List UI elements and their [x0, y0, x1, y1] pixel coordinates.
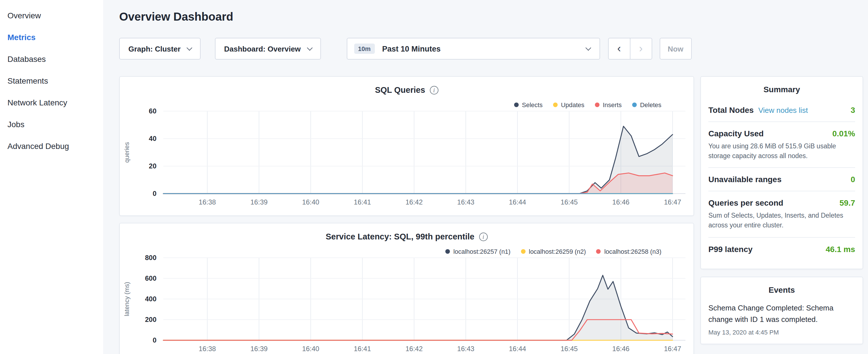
- summary-row-queries-per-second: Queries per second 59.7 Sum of Selects, …: [708, 192, 855, 238]
- info-icon[interactable]: i: [430, 86, 438, 94]
- summary-label: Unavailable ranges: [708, 175, 781, 184]
- summary-row-p99-latency: P99 latency 46.1 ms: [708, 237, 855, 260]
- summary-label: P99 latency: [708, 244, 752, 254]
- svg-text:16:40: 16:40: [302, 198, 319, 206]
- legend-item-updates[interactable]: Updates: [553, 101, 584, 108]
- legend-dot: [596, 249, 601, 254]
- svg-text:0: 0: [153, 336, 156, 344]
- time-window-badge: 10m: [354, 43, 375, 54]
- time-window-label: Past 10 Minutes: [382, 44, 440, 53]
- event-message: Schema Change Completed: Schema change w…: [708, 299, 855, 326]
- summary-row-unavailable-ranges: Unavailable ranges 0: [708, 168, 855, 192]
- svg-text:16:42: 16:42: [405, 345, 423, 353]
- summary-description: You are using 28.6 MiB of 515.9 GiB usab…: [708, 141, 855, 161]
- summary-value: 59.7: [840, 198, 856, 207]
- summary-label: Total Nodes: [708, 105, 754, 115]
- legend-dot: [553, 102, 557, 107]
- app-window: Overview Metrics Databases Statements Ne…: [0, 0, 868, 354]
- page-title: Overview Dashboard: [119, 9, 694, 25]
- service-latency-chart-card: Service Latency: SQL, 99th percentile i …: [119, 223, 694, 354]
- right-sidebar: Summary Total Nodes View nodes list 3 Ca…: [694, 0, 868, 354]
- svg-text:40: 40: [149, 135, 156, 142]
- previous-timewindow-button[interactable]: ‹: [608, 38, 630, 60]
- sidebar-item-network-latency[interactable]: Network Latency: [7, 92, 103, 114]
- svg-text:16:38: 16:38: [198, 198, 216, 206]
- chart-header: SQL Queries i: [120, 77, 693, 95]
- chart-title: SQL Queries: [375, 85, 425, 95]
- legend-label: Deletes: [640, 101, 661, 108]
- next-timewindow-button[interactable]: ›: [629, 38, 652, 60]
- chart-legend: Selects Updates Inserts Deletes: [514, 101, 661, 108]
- sidebar-item-jobs[interactable]: Jobs: [7, 114, 103, 135]
- events-panel: Events Schema Change Completed: Schema c…: [700, 277, 863, 344]
- svg-text:latency (ms): latency (ms): [123, 282, 130, 316]
- event-item: Schema Change Completed: Schema change w…: [708, 299, 855, 336]
- svg-text:16:45: 16:45: [560, 345, 578, 353]
- dashboard-dropdown[interactable]: Dashboard: Overview: [215, 38, 321, 60]
- legend-label: localhost:26257 (n1): [453, 248, 510, 255]
- legend-item-inserts[interactable]: Inserts: [595, 101, 622, 108]
- toolbar: Graph: Cluster Dashboard: Overview 10m P…: [119, 38, 694, 60]
- svg-text:16:41: 16:41: [354, 345, 371, 353]
- svg-text:16:43: 16:43: [457, 345, 474, 353]
- sidebar-item-statements[interactable]: Statements: [7, 70, 103, 92]
- summary-panel: Summary Total Nodes View nodes list 3 Ca…: [700, 76, 863, 269]
- svg-text:0: 0: [153, 190, 156, 197]
- svg-text:queries: queries: [123, 142, 130, 163]
- svg-text:600: 600: [145, 275, 156, 282]
- legend-dot: [514, 102, 518, 107]
- legend-item-deletes[interactable]: Deletes: [632, 101, 661, 108]
- summary-value: 46.1 ms: [826, 244, 855, 254]
- events-title: Events: [708, 277, 855, 299]
- chevron-down-icon: [307, 45, 312, 51]
- summary-value: 0: [850, 175, 855, 184]
- svg-text:16:44: 16:44: [509, 198, 526, 206]
- event-timestamp: May 13, 2020 at 4:45 PM: [708, 329, 855, 336]
- legend-item-n3[interactable]: localhost:26258 (n3): [596, 248, 661, 255]
- main-content: Overview Dashboard Graph: Cluster Dashbo…: [103, 0, 694, 354]
- sidebar-item-overview[interactable]: Overview: [7, 5, 103, 26]
- sidebar-item-advanced-debug[interactable]: Advanced Debug: [7, 135, 103, 157]
- svg-text:16:45: 16:45: [560, 198, 578, 206]
- svg-text:200: 200: [145, 316, 156, 323]
- legend-item-selects[interactable]: Selects: [514, 101, 542, 108]
- svg-text:16:41: 16:41: [354, 198, 371, 206]
- summary-label: Capacity Used: [708, 129, 764, 138]
- legend-item-n1[interactable]: localhost:26257 (n1): [445, 248, 510, 255]
- chart-title: Service Latency: SQL, 99th percentile: [326, 232, 474, 241]
- summary-row-total-nodes: Total Nodes View nodes list 3: [708, 99, 855, 122]
- service-latency-chart: 16:3816:3916:4016:4116:4216:4316:4416:45…: [120, 252, 693, 354]
- legend-dot: [595, 102, 599, 107]
- legend-item-n2[interactable]: localhost:26259 (n2): [521, 248, 586, 255]
- time-pager: ‹ ›: [608, 38, 652, 60]
- svg-text:16:42: 16:42: [405, 198, 423, 206]
- legend-label: Inserts: [602, 101, 622, 108]
- svg-text:400: 400: [145, 295, 156, 303]
- chevron-down-icon: [187, 45, 192, 51]
- chevron-down-icon: [585, 45, 591, 51]
- time-window-dropdown[interactable]: 10m Past 10 Minutes: [346, 38, 600, 60]
- view-nodes-list-link[interactable]: View nodes list: [758, 106, 808, 115]
- svg-text:60: 60: [149, 107, 156, 115]
- svg-text:16:44: 16:44: [509, 345, 526, 353]
- info-icon[interactable]: i: [479, 232, 488, 241]
- svg-text:16:46: 16:46: [612, 345, 629, 353]
- sidebar-item-databases[interactable]: Databases: [7, 48, 103, 70]
- chart-legend: localhost:26257 (n1) localhost:26259 (n2…: [445, 248, 661, 255]
- summary-label: Queries per second: [708, 198, 783, 207]
- svg-text:20: 20: [149, 162, 156, 170]
- now-button[interactable]: Now: [659, 38, 691, 60]
- legend-label: localhost:26259 (n2): [529, 248, 586, 255]
- graph-scope-dropdown[interactable]: Graph: Cluster: [119, 38, 200, 60]
- sidebar-item-metrics[interactable]: Metrics: [7, 26, 103, 48]
- svg-text:16:39: 16:39: [250, 345, 268, 353]
- svg-text:16:39: 16:39: [250, 198, 268, 206]
- svg-text:16:43: 16:43: [457, 198, 474, 206]
- legend-dot: [445, 249, 450, 254]
- summary-row-capacity-used: Capacity Used 0.01% You are using 28.6 M…: [708, 122, 855, 168]
- summary-value: 0.01%: [833, 129, 855, 138]
- svg-text:16:40: 16:40: [302, 345, 319, 353]
- svg-text:800: 800: [145, 254, 156, 261]
- chart-header: Service Latency: SQL, 99th percentile i: [120, 223, 693, 242]
- summary-description: Sum of Selects, Updates, Inserts, and De…: [708, 211, 855, 230]
